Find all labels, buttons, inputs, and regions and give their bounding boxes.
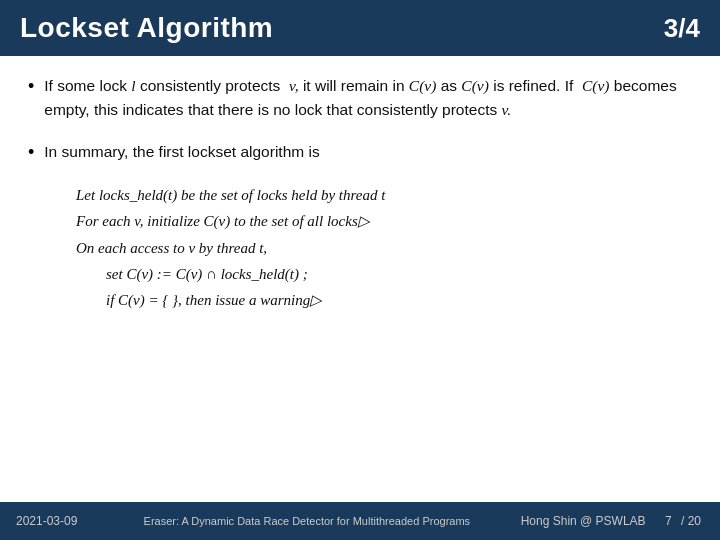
page-title: Lockset Algorithm bbox=[20, 12, 273, 44]
footer-page: Hong Shin @ PSWLAB 7 / 20 bbox=[518, 514, 704, 528]
bullet-text-2: In summary, the first lockset algorithm … bbox=[44, 140, 319, 164]
bullet-item-2: • In summary, the first lockset algorith… bbox=[28, 140, 692, 164]
footer-date: 2021-03-09 bbox=[16, 514, 96, 528]
algo-line-3: On each access to v by thread t, bbox=[76, 235, 692, 261]
algo-line-2: For each v, initialize C(v) to the set o… bbox=[76, 208, 692, 234]
bullet-item-1: • If some lock l consistently protects v… bbox=[28, 74, 692, 122]
header: Lockset Algorithm 3/4 bbox=[0, 0, 720, 56]
algorithm-block: Let locks_held(t) be the set of locks he… bbox=[76, 182, 692, 313]
page-number: 3/4 bbox=[664, 13, 700, 44]
content-area: • If some lock l consistently protects v… bbox=[0, 56, 720, 323]
algo-line-4: set C(v) := C(v) ∩ locks_held(t) ; bbox=[106, 261, 692, 287]
var-v1: v, bbox=[289, 77, 299, 94]
footer-title: Eraser: A Dynamic Data Race Detector for… bbox=[96, 515, 518, 527]
bullet-symbol-2: • bbox=[28, 142, 34, 163]
footer-page-num: 7 bbox=[665, 514, 672, 528]
cv3: C(v) bbox=[582, 77, 610, 94]
footer-total: / 20 bbox=[681, 514, 701, 528]
bullet-symbol-1: • bbox=[28, 76, 34, 97]
var-v2: v. bbox=[502, 101, 512, 118]
bullet-text-1: If some lock l consistently protects v, … bbox=[44, 74, 692, 122]
footer-lab: Hong Shin @ PSWLAB bbox=[521, 514, 646, 528]
var-l: l bbox=[131, 77, 135, 94]
algo-line-5: if C(v) = { }, then issue a warning▷ bbox=[106, 287, 692, 313]
cv2: C(v) bbox=[461, 77, 489, 94]
algo-line-1: Let locks_held(t) be the set of locks he… bbox=[76, 182, 692, 208]
footer: 2021-03-09 Eraser: A Dynamic Data Race D… bbox=[0, 502, 720, 540]
cv1: C(v) bbox=[409, 77, 437, 94]
